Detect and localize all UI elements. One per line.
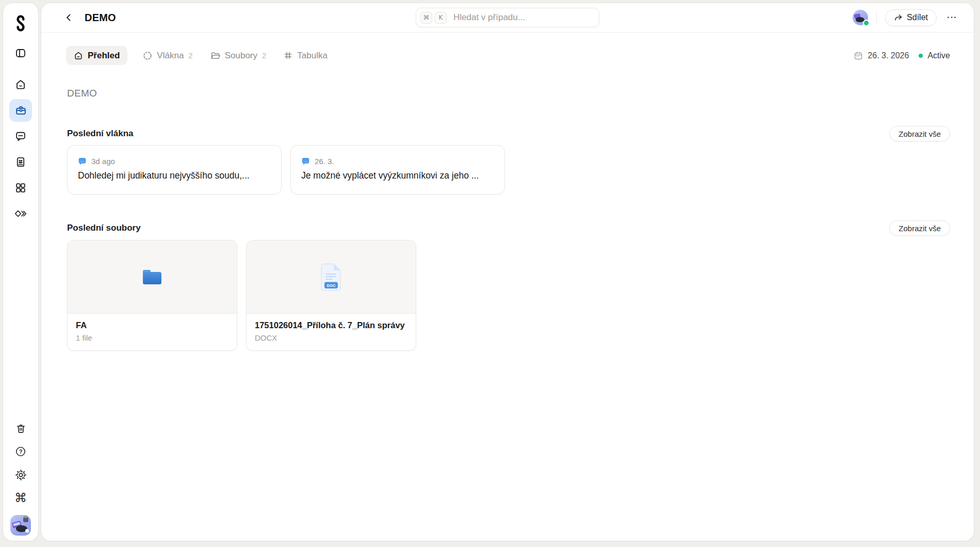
share-button-label: Sdílet [907,13,928,22]
sidebar-bottom: ? ⌘ [10,418,31,536]
tab-count: 2 [262,51,266,60]
tab-table[interactable]: Tabulka [282,46,330,65]
tab-threads[interactable]: Vlákna 2 [141,46,194,65]
doc-file-icon: DOC [320,263,342,291]
sidebar-item-case[interactable] [9,99,32,122]
files-show-all-button[interactable]: Zobrazit vše [889,220,950,236]
thread-card-top: 3d ago [78,157,271,166]
thread-time: 26. 3. [315,157,334,166]
sidebar-item-shapes[interactable] [9,202,32,225]
tab-label: Soubory [225,51,257,61]
tab-label: Vlákna [157,51,184,61]
tab-bar: Přehled Vlákna 2 Soubory 2 [66,46,950,65]
chat-bubble-icon [78,157,87,166]
case-date: 26. 3. 2026 [868,51,909,60]
hash-grid-icon [284,51,292,60]
calendar-icon [854,51,863,60]
file-name: 1751026014_Příloha č. 7_Plán správy ... [255,320,407,330]
files-section-title: Poslední soubory [67,223,141,233]
more-options-button[interactable]: ··· [944,10,960,25]
file-meta: DOCX [255,333,407,342]
folder-blue-icon [141,268,163,286]
app-window: ? ⌘ [0,0,980,547]
case-title: DEMO [85,12,116,24]
avatar-mug-shape [25,529,29,533]
thread-card[interactable]: 26. 3. Je možné vyplácet vyýzkumníkovi z… [290,145,505,195]
file-list: FA 1 file DOC [67,240,950,351]
share-icon [894,13,903,22]
cmd-keycap: ⌘ [420,12,432,24]
document-card[interactable]: DOC 1751026014_Příloha č. 7_Plán správy … [246,240,416,351]
back-button[interactable] [61,10,76,25]
share-button[interactable]: Sdílet [885,9,937,26]
sidebar-toggle-icon[interactable] [12,46,29,60]
trash-icon[interactable] [10,418,31,439]
thread-time: 3d ago [91,157,115,166]
threads-section-title: Poslední vlákna [67,128,134,139]
file-meta: 1 file [76,333,228,342]
tab-label: Tabulka [297,51,328,61]
threads-section-header: Poslední vlákna Zobrazit vše [67,126,950,141]
document-thumbnail: DOC [247,240,416,314]
dashed-circle-icon [143,51,152,60]
thread-card-top: 26. 3. [301,157,494,166]
header-divider [876,11,877,24]
thread-title: Je možné vyplácet vyýzkumníkovi za jeho … [301,170,494,181]
overview-content: DEMO Poslední vlákna Zobrazit vše 3d ago [41,65,974,541]
tab-overview[interactable]: Přehled [66,46,127,65]
folder-card[interactable]: FA 1 file [67,240,237,351]
sidebar-item-contacts[interactable] [9,151,32,173]
sidebar: ? ⌘ [3,3,38,541]
threads-show-all-button[interactable]: Zobrazit vše [889,126,950,141]
files-section-header: Poslední soubory Zobrazit vše [67,220,950,236]
help-icon[interactable]: ? [10,441,31,462]
svg-text:?: ? [19,448,23,455]
app-logo-icon [13,15,28,31]
page-label: DEMO [67,88,950,99]
sidebar-nav [9,73,32,225]
sidebar-item-home[interactable] [9,73,32,96]
search-input[interactable] [453,12,593,23]
thread-list: 3d ago Dohledej mi judikaturu nejvyššího… [67,145,950,195]
sidebar-item-chat[interactable] [9,125,32,148]
case-status: Active [927,51,950,60]
doc-badge-label: DOC [327,283,336,287]
header-actions: Sdílet ··· [853,9,960,26]
tab-count: 2 [188,51,192,60]
main-panel: DEMO ⌘ K Sdílet [41,3,974,541]
case-meta: 26. 3. 2026 Active [854,51,950,60]
file-name: FA [76,320,228,330]
file-info: FA 1 file [68,314,237,342]
online-status-dot [863,20,870,26]
case-header: DEMO ⌘ K Sdílet [41,3,974,33]
active-status-dot [919,54,923,58]
folder-icon [210,51,220,60]
thread-card[interactable]: 3d ago Dohledej mi judikaturu nejvyššího… [67,145,282,195]
sidebar-item-apps[interactable] [9,176,32,199]
avatar-plant-shape [23,517,28,522]
file-info: 1751026014_Příloha č. 7_Plán správy ... … [247,314,416,342]
tabs: Přehled Vlákna 2 Soubory 2 [66,46,330,65]
tab-label: Přehled [88,51,120,61]
k-keycap: K [435,12,447,24]
command-shortcuts-icon[interactable]: ⌘ [10,488,31,508]
home-icon [74,51,83,60]
user-avatar[interactable] [10,515,31,536]
settings-gear-icon[interactable] [10,464,31,485]
search-bar[interactable]: ⌘ K [416,8,599,27]
thread-title: Dohledej mi judikaturu nejvyššího soudu,… [78,170,271,181]
header-user-avatar[interactable] [853,10,868,25]
chevron-left-icon [64,13,73,22]
tab-files[interactable]: Soubory 2 [208,46,269,65]
folder-thumbnail [68,240,237,314]
chat-bubble-icon [301,157,310,166]
